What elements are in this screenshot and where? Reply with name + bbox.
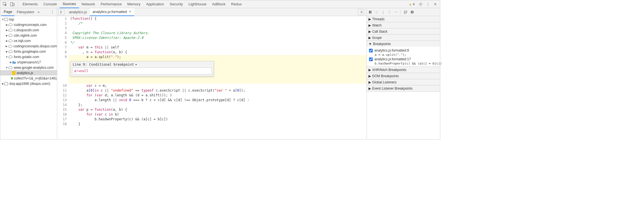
code-line[interactable]: */ [68, 41, 367, 45]
close-tab-icon[interactable]: ✕ [129, 10, 131, 14]
line-number[interactable]: 17 [57, 117, 68, 122]
tab-adblock[interactable]: AdBlock [209, 0, 228, 8]
code-line[interactable]: b.hasOwnProperty(c) && (a[c] = b[c]) [68, 117, 367, 122]
tree-item[interactable]: analytics.js [0, 70, 57, 76]
overflow-icon[interactable]: » [38, 10, 40, 14]
step-out-icon[interactable] [388, 10, 391, 14]
tab-redux[interactable]: Redux [228, 0, 245, 8]
code-line[interactable]: a = a.split("."); [68, 55, 367, 60]
tree-item[interactable]: ▶ce.lojit.com [0, 38, 57, 43]
tree-item[interactable]: ▶c.disquscdn.com [0, 27, 57, 33]
device-icon[interactable] [9, 1, 15, 7]
code-line[interactable]: for (var d; a.length && (d = a.shift());… [68, 93, 367, 98]
section-header-event-listener-breakpoints[interactable]: ▶Event Listener Breakpoints [367, 85, 440, 91]
code-line[interactable]: /* [68, 21, 367, 26]
tree-item[interactable]: collect?v=1&_v=j82&a=1481 [0, 76, 57, 81]
nav-tab-filesystem[interactable]: Filesystem [14, 8, 36, 16]
disclosure-icon[interactable]: ▶ [5, 45, 8, 48]
tab-memory[interactable]: Memory [125, 0, 143, 8]
tree-item[interactable]: ▶dsq-app1686 (disqus.com/) [0, 81, 57, 86]
nav-tab-page[interactable]: Page [1, 8, 14, 16]
code-line[interactable]: }; [68, 103, 367, 108]
tree-item[interactable]: ▶cdn.viglink.com [0, 33, 57, 38]
section-header-xhr-fetch-breakpoints[interactable]: ▶XHR/fetch Breakpoints [367, 67, 440, 73]
tree-item[interactable]: ▼top [0, 17, 57, 22]
file-tab[interactable]: analytics.js:formatted✕ [90, 8, 134, 16]
disclosure-icon[interactable]: ▼ [5, 66, 8, 69]
code-line[interactable]: , n = function(a, b) { [68, 50, 367, 55]
kebab-icon[interactable]: ⋮ [425, 1, 431, 7]
line-number[interactable]: 2 [57, 21, 68, 26]
tree-item[interactable]: ▶s/opensans/v17 [0, 59, 57, 65]
breakpoint-type-select[interactable]: Conditional breakpoint ▾ [89, 63, 137, 66]
nav-back-icon[interactable] [58, 9, 65, 15]
code-line[interactable]: var m = this || self [68, 45, 367, 50]
tree-item[interactable]: ▶fonts.googleapis.com [0, 49, 57, 54]
breakpoint-checkbox[interactable] [369, 57, 373, 61]
tab-elements[interactable]: Elements [20, 0, 41, 8]
nav-forward-icon[interactable] [358, 9, 364, 15]
pause-icon[interactable] [368, 10, 372, 14]
disclosure-icon[interactable]: ▼ [5, 56, 8, 58]
line-number[interactable]: 8 [57, 50, 68, 55]
code-line[interactable]: var p = function(a, b) { [68, 108, 367, 112]
close-icon[interactable]: ✕ [432, 1, 438, 7]
settings-gear-icon[interactable] [418, 1, 424, 7]
code-line[interactable]: a.length || void 0 === b ? c = c[d] && c… [68, 98, 367, 103]
code-line[interactable]: var c = m; [68, 84, 367, 88]
warnings-badge[interactable]: ▲ 4 [408, 2, 415, 6]
line-number[interactable]: 7 [57, 45, 68, 50]
disclosure-icon[interactable]: ▶ [9, 61, 12, 64]
line-number[interactable]: 6 [57, 41, 68, 45]
file-tab[interactable]: analytics.js [66, 8, 90, 16]
code-editor[interactable]: 123456789 101112131415161718 (function()… [57, 16, 367, 139]
line-number[interactable]: 1 [57, 17, 68, 21]
code-line[interactable]: for (var c in b) [68, 112, 367, 117]
tab-application[interactable]: Application [143, 0, 167, 8]
navigator-kebab-icon[interactable]: ⋮ [49, 10, 56, 14]
section-header-call-stack[interactable]: ▶Call Stack [367, 28, 440, 34]
step-into-icon[interactable] [381, 10, 385, 14]
code-line[interactable]: Copyright The Closure Library Authors. [68, 31, 367, 36]
line-number[interactable]: 11 [57, 88, 68, 93]
code-line[interactable]: (function() { [68, 17, 367, 21]
step-icon[interactable] [394, 10, 398, 14]
code-line[interactable]: SPDX-License-Identifier: Apache-2.0 [68, 36, 367, 41]
tab-security[interactable]: Security [167, 0, 186, 8]
tree-item[interactable]: ▼fonts.gstatic.com [0, 54, 57, 59]
section-header-scope[interactable]: ▶Scope [367, 35, 440, 41]
tree-item[interactable]: ▼www.google-analytics.com [0, 65, 57, 70]
pause-exceptions-icon[interactable] [410, 10, 414, 14]
line-number[interactable]: 5 [57, 36, 68, 41]
section-header-dom-breakpoints[interactable]: ▶DOM Breakpoints [367, 73, 440, 79]
disclosure-icon[interactable]: ▶ [5, 50, 8, 53]
code-line[interactable] [68, 26, 367, 31]
disclosure-icon[interactable]: ▶ [5, 23, 8, 26]
tree-item[interactable]: ▶codingnconcepts.com [0, 22, 57, 27]
breakpoint-checkbox[interactable] [369, 49, 373, 52]
disclosure-icon[interactable]: ▶ [5, 29, 8, 32]
line-number[interactable]: 3 [57, 26, 68, 31]
line-number[interactable]: 16 [57, 112, 68, 117]
tab-sources[interactable]: Sources [60, 0, 79, 8]
deactivate-breakpoints-icon[interactable] [404, 10, 408, 14]
tab-lighthouse[interactable]: Lighthouse [186, 0, 209, 8]
line-number[interactable]: 9 [57, 55, 68, 60]
code-line[interactable]: a[0]in c || "undefined" == typeof c.exec… [68, 88, 367, 93]
line-number[interactable]: 4 [57, 31, 68, 36]
section-header-watch[interactable]: ▶Watch [367, 22, 440, 28]
disclosure-icon[interactable]: ▶ [5, 34, 8, 37]
line-number[interactable]: 18 [57, 122, 68, 127]
code-line[interactable]: } [68, 122, 367, 127]
tree-item[interactable]: ▶codingnconcepts.disqus.com [0, 43, 57, 49]
line-number[interactable]: 12 [57, 93, 68, 98]
section-header-global-listeners[interactable]: ▶Global Listeners [367, 79, 440, 85]
condition-input[interactable]: a!=null [72, 68, 212, 74]
tab-network[interactable]: Network [79, 0, 98, 8]
inspect-icon[interactable] [2, 1, 8, 7]
disclosure-icon[interactable]: ▶ [1, 82, 4, 85]
tab-performance[interactable]: Performance [98, 0, 124, 8]
line-gutter[interactable]: 123456789 101112131415161718 [57, 16, 68, 139]
section-header-breakpoints[interactable]: ▼Breakpoints [367, 41, 440, 47]
breakpoint-item[interactable]: analytics.js:formatted:9 [369, 48, 440, 53]
